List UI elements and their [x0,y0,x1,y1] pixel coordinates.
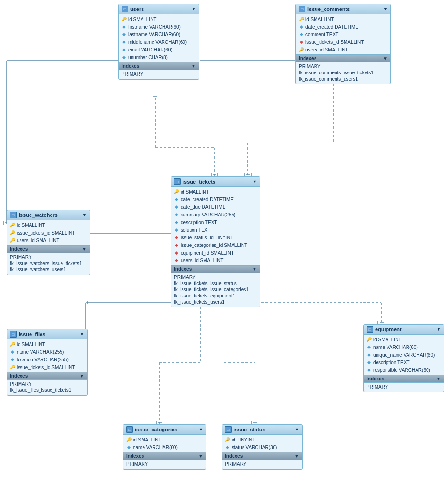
table-users-indexes: PRIMARY [119,70,199,79]
field-row: ◆ solution TEXT [171,226,260,234]
table-issue-watchers-fields: 🔑 id SMALLINT 🔑 issue_tickets_id SMALLIN… [7,220,90,245]
index-row: PRIMARY [367,384,441,390]
table-issue-comments-indexes-header: Indexes ▼ [296,54,390,62]
table-equipment-title: equipment [375,327,435,332]
diamond-red-icon: ◆ [174,243,179,247]
key-icon: 🔑 [126,437,131,442]
table-issue-categories-title: issue_categories [135,427,197,432]
diamond-blue-icon: ◆ [174,197,179,202]
field-row: ◆ users_id SMALLINT [171,256,260,264]
table-issue-tickets[interactable]: □ issue_tickets ▼ 🔑 id SMALLINT ◆ date_c… [171,176,260,308]
field-row: ◆ date_due DATETIME [171,203,260,211]
field-row: ◆ unique_name VARCHAR(60) [364,351,444,359]
table-issue-status-header: □ issue_status ▼ [222,425,302,435]
table-issue-comments-indexes: PRIMARY fk_issue_comments_issue_tickets1… [296,62,390,84]
key-icon: 🔑 [225,437,230,442]
table-icon: □ [367,326,373,333]
table-issue-categories-fields: 🔑 id SMALLINT ◆ name VARCHAR(60) [123,435,206,452]
table-users-fields: 🔑 id SMALLINT ◆ firstname VARCHAR(60) ◆ … [119,14,199,62]
key-icon: 🔑 [367,337,371,342]
field-row: ◆ middlename VARCHAR(60) [119,38,199,46]
diamond-blue-icon: ◆ [225,445,230,450]
table-issue-categories-indexes: PRIMARY [123,460,206,469]
key-icon: 🔑 [10,230,15,235]
table-issue-categories-header: □ issue_categories ▼ [123,425,206,435]
table-issue-watchers-indexes: PRIMARY fk_issue_watchers_issue_tickets1… [7,253,90,275]
field-row: ◆ description TEXT [171,218,260,226]
index-row: fk_issue_files_issue_tickets1 [10,387,84,393]
key-icon: 🔑 [10,365,15,369]
field-row: ◆ equipment_id SMALLINT [171,249,260,256]
diamond-blue-icon: ◆ [122,32,126,37]
diamond-blue-icon: ◆ [174,220,179,225]
table-issue-tickets-indexes-header: Indexes ▼ [171,265,260,273]
key-icon: 🔑 [10,342,15,347]
table-equipment-indexes: PRIMARY [364,383,444,392]
table-issue-watchers[interactable]: □ issue_watchers ▼ 🔑 id SMALLINT 🔑 issue… [7,210,90,275]
table-issue-status[interactable]: □ issue_status ▼ 🔑 id TINYINT ◆ status V… [222,424,303,470]
dropdown-icon[interactable]: ▼ [82,213,87,217]
field-row: ◆ location VARCHAR(255) [7,356,87,363]
table-issue-tickets-indexes: PRIMARY fk_issue_tickets_issue_status fk… [171,273,260,307]
index-row: PRIMARY [225,461,299,467]
table-users-dropdown[interactable]: ▼ [192,7,196,11]
field-row: ◆ responsible VARCHAR(60) [364,366,444,374]
diamond-red-icon: ◆ [299,40,304,44]
dropdown-icon[interactable]: ▼ [80,332,84,337]
diamond-blue-icon: ◆ [174,205,179,209]
field-row: 🔑 id SMALLINT [123,436,206,443]
dropdown-icon[interactable]: ▼ [253,179,257,184]
index-row: PRIMARY [174,274,257,280]
dropdown-icon[interactable]: ▼ [383,7,387,11]
index-row: fk_issue_tickets_issue_categories1 [174,287,257,293]
diamond-blue-icon: ◆ [122,47,126,52]
table-issue-tickets-fields: 🔑 id SMALLINT ◆ date_created DATETIME ◆ … [171,187,260,265]
field-row: 🔑 users_id SMALLINT [7,236,90,244]
table-icon: □ [126,426,133,433]
diamond-blue-icon: ◆ [367,360,371,365]
key-icon: 🔑 [10,238,15,243]
table-issue-files-indexes: PRIMARY fk_issue_files_issue_tickets1 [7,380,87,395]
dropdown-icon[interactable]: ▼ [295,427,299,432]
table-issue-tickets-header: □ issue_tickets ▼ [171,177,260,187]
diamond-blue-icon: ◆ [126,445,131,450]
field-row: 🔑 id SMALLINT [364,336,444,343]
field-row: ◆ date_created DATETIME [296,23,390,31]
diamond-blue-icon: ◆ [122,24,126,29]
field-row: ◆ name VARCHAR(60) [364,343,444,351]
field-row: 🔑 id SMALLINT [7,340,87,348]
table-issue-watchers-indexes-header: Indexes ▼ [7,245,90,253]
diamond-blue-icon: ◆ [10,357,15,362]
key-icon: 🔑 [174,189,179,194]
field-row: 🔑 id SMALLINT [171,188,260,195]
field-row: ◆ date_created DATETIME [171,195,260,203]
dropdown-icon[interactable]: ▼ [437,327,441,332]
field-row: 🔑 id SMALLINT [296,15,390,23]
table-users[interactable]: □ users ▼ 🔑 id SMALLINT ◆ firstname VARC… [118,4,199,80]
index-row: fk_issue_watchers_users1 [10,266,87,273]
dropdown-icon[interactable]: ▼ [199,427,203,432]
key-icon: 🔑 [10,223,15,227]
table-icon: □ [10,331,17,338]
field-row: ◆ summary VARCHAR(255) [171,211,260,218]
index-row: PRIMARY [299,63,387,70]
table-icon: □ [299,6,305,12]
field-row: 🔑 issue_tickets_id SMALLINT [7,363,87,371]
diamond-red-icon: ◆ [174,258,179,263]
table-issue-files[interactable]: □ issue_files ▼ 🔑 id SMALLINT ◆ name VAR… [7,329,88,396]
index-row: fk_issue_tickets_users1 [174,299,257,305]
field-row: ◆ name VARCHAR(255) [7,348,87,356]
table-issue-comments[interactable]: □ issue_comments ▼ 🔑 id SMALLINT ◆ date_… [295,4,391,84]
field-row: ◆ comment TEXT [296,31,390,38]
diamond-blue-icon: ◆ [174,227,179,232]
table-equipment-indexes-header: Indexes ▼ [364,375,444,383]
field-row: ◆ name VARCHAR(60) [123,443,206,451]
table-issue-categories[interactable]: □ issue_categories ▼ 🔑 id SMALLINT ◆ nam… [123,424,206,470]
table-icon: □ [174,178,181,185]
table-equipment[interactable]: □ equipment ▼ 🔑 id SMALLINT ◆ name VARCH… [363,324,444,392]
table-issue-comments-header: □ issue_comments ▼ [296,4,390,14]
field-row: ◆ email VARCHAR(60) [119,46,199,53]
table-issue-comments-fields: 🔑 id SMALLINT ◆ date_created DATETIME ◆ … [296,14,390,54]
index-row: fk_issue_comments_users1 [299,76,387,82]
field-row: ◆ firstname VARCHAR(60) [119,23,199,31]
